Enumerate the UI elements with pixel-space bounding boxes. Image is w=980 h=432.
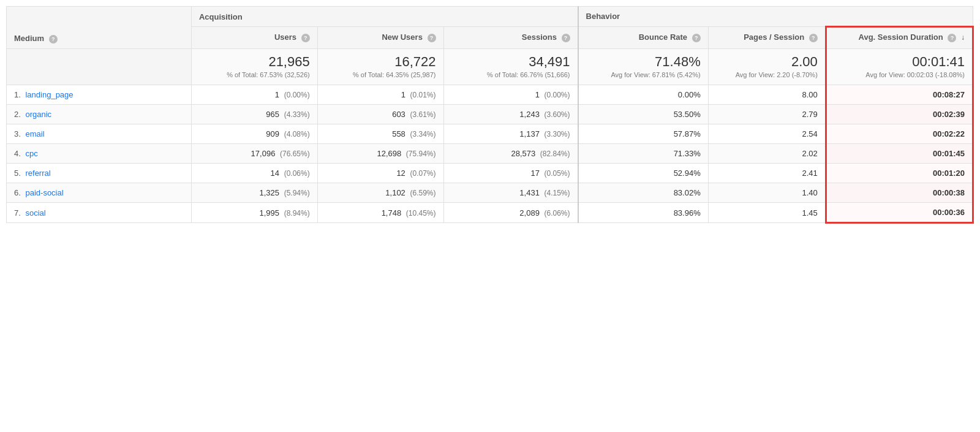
totals-sessions-cell: 34,491 % of Total: 66.76% (51,666) xyxy=(443,48,578,85)
sort-arrow-icon[interactable]: ↓ xyxy=(961,33,965,42)
totals-sessions-main: 34,491 xyxy=(451,54,570,70)
row-new-users-cell: 603 (3.61%) xyxy=(317,105,443,124)
bounce-rate-col-header: Bounce Rate ? xyxy=(578,27,709,49)
row-medium-cell: 6. paid-social xyxy=(7,183,192,203)
analytics-table: Medium ? Acquisition Behavior Users ? Ne… xyxy=(6,6,974,224)
row-users-pct: (4.08%) xyxy=(284,130,310,138)
sessions-col-header: Sessions ? xyxy=(443,27,578,49)
row-avg-session-value: 00:01:45 xyxy=(933,149,965,158)
row-medium-cell: 5. referral xyxy=(7,164,192,183)
bounce-rate-help-icon[interactable]: ? xyxy=(692,34,701,42)
row-avg-session-cell: 00:00:38 xyxy=(826,183,973,203)
row-medium-cell: 3. email xyxy=(7,124,192,144)
row-avg-session-cell: 00:01:45 xyxy=(826,144,973,164)
medium-link[interactable]: organic xyxy=(25,110,51,119)
avg-session-help-icon[interactable]: ? xyxy=(948,34,956,42)
row-avg-session-value: 00:01:20 xyxy=(933,169,965,178)
row-number: 3. xyxy=(14,129,21,138)
row-new-users-pct: (3.34%) xyxy=(410,130,435,138)
row-new-users-pct: (6.59%) xyxy=(410,189,435,197)
row-avg-session-value: 00:00:36 xyxy=(933,208,965,217)
row-new-users-pct: (75.94%) xyxy=(406,150,436,158)
totals-avg-session-cell: 00:01:41 Avg for View: 00:02:03 (-18.08%… xyxy=(826,48,973,85)
row-bounce-rate-cell: 83.02% xyxy=(578,183,709,203)
pages-session-col-header: Pages / Session ? xyxy=(708,27,826,49)
row-users-pct: (0.00%) xyxy=(284,91,310,99)
row-bounce-rate-cell: 71.33% xyxy=(578,144,709,164)
row-new-users-cell: 1 (0.01%) xyxy=(317,85,443,105)
totals-users-sub: % of Total: 67.53% (32,526) xyxy=(199,70,310,80)
row-medium-cell: 4. cpc xyxy=(7,144,192,164)
row-new-users-pct: (10.45%) xyxy=(406,209,436,218)
table-body: 1. landing_page 1 (0.00%) 1 (0.01%) 1 (0… xyxy=(7,85,973,223)
row-new-users-pct: (0.01%) xyxy=(410,91,435,99)
row-avg-session-cell: 00:02:22 xyxy=(826,124,973,144)
acquisition-section-header: Acquisition xyxy=(191,7,578,27)
row-number: 2. xyxy=(14,110,21,119)
avg-session-col-header: Avg. Session Duration ? ↓ xyxy=(826,27,973,49)
new-users-col-header: New Users ? xyxy=(317,27,443,49)
row-sessions-pct: (3.30%) xyxy=(545,130,570,138)
row-number: 7. xyxy=(14,208,21,218)
row-number: 1. xyxy=(14,90,21,99)
medium-link[interactable]: landing_page xyxy=(25,90,73,99)
row-sessions-cell: 1 (0.00%) xyxy=(443,85,578,105)
row-new-users-pct: (0.07%) xyxy=(410,169,435,178)
table-row: 3. email 909 (4.08%) 558 (3.34%) 1,137 (… xyxy=(7,124,973,144)
row-sessions-cell: 1,431 (4.15%) xyxy=(443,183,578,203)
row-number: 4. xyxy=(14,149,21,158)
row-sessions-pct: (82.84%) xyxy=(540,150,570,158)
table-row: 7. social 1,995 (8.94%) 1,748 (10.45%) 2… xyxy=(7,203,973,223)
row-medium-cell: 7. social xyxy=(7,203,192,223)
row-pages-session-cell: 1.45 xyxy=(708,203,826,223)
row-pages-session-cell: 8.00 xyxy=(708,85,826,105)
row-avg-session-value: 00:08:27 xyxy=(933,90,965,99)
table-row: 4. cpc 17,096 (76.65%) 12,698 (75.94%) 2… xyxy=(7,144,973,164)
medium-header: Medium ? xyxy=(7,7,192,49)
behavior-section-header: Behavior xyxy=(578,7,973,27)
medium-link[interactable]: paid-social xyxy=(25,188,63,197)
row-pages-session-cell: 2.54 xyxy=(708,124,826,144)
totals-bounce-rate-main: 71.48% xyxy=(586,54,701,70)
totals-medium-cell xyxy=(7,48,192,85)
medium-link[interactable]: referral xyxy=(25,169,50,178)
row-users-cell: 909 (4.08%) xyxy=(191,124,317,144)
users-help-icon[interactable]: ? xyxy=(301,34,310,42)
totals-row: 21,965 % of Total: 67.53% (32,526) 16,72… xyxy=(7,48,973,85)
users-col-header: Users ? xyxy=(191,27,317,49)
totals-users-main: 21,965 xyxy=(199,54,310,70)
table-row: 5. referral 14 (0.06%) 12 (0.07%) 17 (0.… xyxy=(7,164,973,183)
row-users-cell: 965 (4.33%) xyxy=(191,105,317,124)
section-header-row: Medium ? Acquisition Behavior xyxy=(7,7,973,27)
row-users-pct: (76.65%) xyxy=(280,150,310,158)
row-avg-session-cell: 00:08:27 xyxy=(826,85,973,105)
totals-pages-session-cell: 2.00 Avg for View: 2.20 (-8.70%) xyxy=(708,48,826,85)
row-pages-session-cell: 1.40 xyxy=(708,183,826,203)
medium-link[interactable]: cpc xyxy=(25,149,37,158)
row-pages-session-cell: 2.79 xyxy=(708,105,826,124)
new-users-help-icon[interactable]: ? xyxy=(428,34,436,42)
row-pages-session-cell: 2.41 xyxy=(708,164,826,183)
row-sessions-cell: 1,243 (3.60%) xyxy=(443,105,578,124)
row-users-cell: 17,096 (76.65%) xyxy=(191,144,317,164)
row-bounce-rate-cell: 53.50% xyxy=(578,105,709,124)
sessions-help-icon[interactable]: ? xyxy=(562,34,570,42)
row-sessions-pct: (3.60%) xyxy=(545,110,570,119)
table-row: 1. landing_page 1 (0.00%) 1 (0.01%) 1 (0… xyxy=(7,85,973,105)
table-row: 2. organic 965 (4.33%) 603 (3.61%) 1,243… xyxy=(7,105,973,124)
row-bounce-rate-cell: 83.96% xyxy=(578,203,709,223)
medium-link[interactable]: email xyxy=(25,129,44,138)
row-number: 5. xyxy=(14,169,21,178)
pages-session-help-icon[interactable]: ? xyxy=(809,34,818,42)
medium-link[interactable]: social xyxy=(25,208,45,218)
totals-bounce-rate-sub: Avg for View: 67.81% (5.42%) xyxy=(586,70,701,80)
row-new-users-cell: 12,698 (75.94%) xyxy=(317,144,443,164)
row-users-pct: (8.94%) xyxy=(284,209,310,218)
totals-bounce-rate-cell: 71.48% Avg for View: 67.81% (5.42%) xyxy=(578,48,709,85)
medium-help-icon[interactable]: ? xyxy=(49,35,58,44)
row-bounce-rate-cell: 0.00% xyxy=(578,85,709,105)
analytics-table-container: Medium ? Acquisition Behavior Users ? Ne… xyxy=(0,0,980,230)
row-sessions-pct: (0.05%) xyxy=(545,169,570,178)
row-users-cell: 1,325 (5.94%) xyxy=(191,183,317,203)
table-row: 6. paid-social 1,325 (5.94%) 1,102 (6.59… xyxy=(7,183,973,203)
